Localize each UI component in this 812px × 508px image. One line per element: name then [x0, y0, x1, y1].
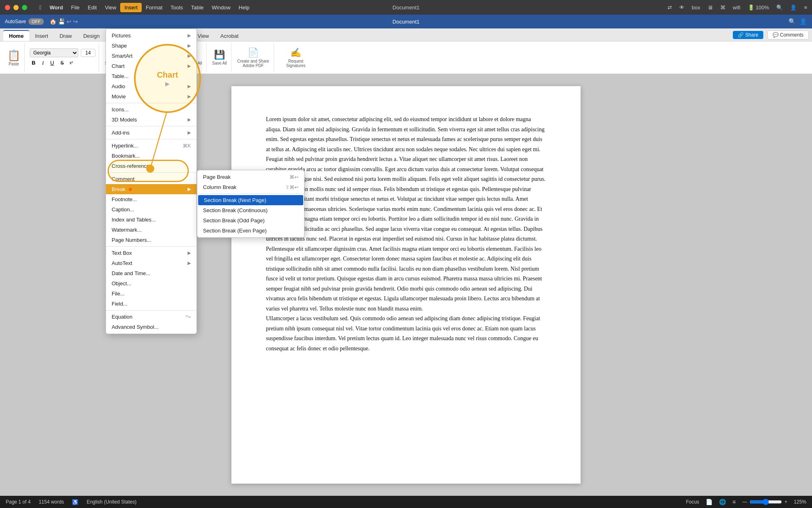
menu-item-comment[interactable]: Comment — [106, 174, 197, 184]
menu-item-audio[interactable]: Audio ▶ — [106, 81, 197, 91]
focus-button[interactable]: Focus — [686, 499, 699, 505]
adobe-button[interactable]: 📄 — [248, 48, 259, 58]
menu-item-pagenumbers[interactable]: Page Numbers... — [106, 235, 197, 245]
page-info: Page 1 of 4 — [6, 499, 30, 505]
italic-button[interactable]: I — [40, 59, 45, 67]
submenu-item-section-odd[interactable]: Section Break (Odd Page) — [197, 215, 304, 226]
underline-button[interactable]: U — [48, 59, 56, 67]
save-all-button[interactable]: 💾 — [214, 50, 225, 60]
menu-icon[interactable]: ≡ — [804, 4, 807, 11]
table-menu-item[interactable]: Table — [187, 3, 207, 12]
menu-item-shape[interactable]: Shape ▶ — [106, 41, 197, 51]
menu-item-indextables[interactable]: Index and Tables... — [106, 215, 197, 225]
monitor-icon: 🖥 — [708, 4, 713, 11]
ribbon-search-icon[interactable]: 🔍 — [788, 18, 796, 25]
font-selector[interactable]: Georgia — [30, 48, 78, 57]
menu-item-caption[interactable]: Caption... — [106, 204, 197, 215]
menu-item-footnote[interactable]: Footnote... — [106, 194, 197, 204]
help-menu-item[interactable]: Help — [235, 3, 254, 12]
font-size-input[interactable] — [81, 49, 95, 57]
menu-item-movie[interactable]: Movie ▶ — [106, 91, 197, 102]
file-menu-item[interactable]: File — [67, 3, 84, 12]
menu-item-smartart[interactable]: SmartArt ▶ — [106, 51, 197, 61]
menu-item-equation[interactable]: Equation ^= — [106, 312, 197, 322]
zoom-slider[interactable]: ― + — [742, 499, 787, 505]
menu-item-autotext[interactable]: AutoText ▶ — [106, 258, 197, 268]
outline-icon[interactable]: ≡ — [732, 499, 736, 505]
menu-item-crossref[interactable]: Cross-reference... — [106, 161, 197, 171]
tab-design[interactable]: Design — [78, 31, 105, 41]
user-icon[interactable]: 👤 — [790, 4, 797, 11]
edit-menu-item[interactable]: Edit — [84, 3, 101, 12]
menu-item-hyperlink[interactable]: Hyperlink... ⌘K — [106, 141, 197, 151]
view-icon: 👁 — [679, 4, 685, 11]
maximize-button[interactable] — [22, 5, 27, 10]
submenu-item-section-continuous[interactable]: Section Break (Continuous) — [197, 205, 304, 215]
submenu-item-pagebreak[interactable]: Page Break ⌘↩ — [197, 172, 304, 182]
adobe-group: 📄 Create and Share Adobe PDF — [233, 43, 274, 72]
paste-label: Paste — [9, 62, 19, 66]
menu-item-field[interactable]: Field... — [106, 299, 197, 309]
traffic-lights — [5, 5, 27, 10]
minimize-button[interactable] — [13, 5, 19, 10]
paste-group: 📋 Paste — [3, 43, 25, 72]
word-menu-item[interactable]: Word — [45, 3, 67, 12]
close-button[interactable] — [5, 5, 10, 10]
statusbar: Page 1 of 4 1154 words ♿ English (United… — [0, 496, 812, 508]
submenu-item-columnbreak[interactable]: Column Break ⇧⌘↩ — [197, 182, 304, 192]
menu-item-chart[interactable]: Chart ▶ — [106, 61, 197, 71]
paste-button[interactable]: 📋 — [7, 49, 20, 62]
bold-button[interactable]: B — [30, 59, 37, 67]
window-menu-item[interactable]: Window — [208, 3, 235, 12]
format-menu-item[interactable]: Format — [142, 3, 166, 12]
menu-item-addins[interactable]: Add-ins ▶ — [106, 128, 197, 138]
submenu-item-section-even[interactable]: Section Break (Even Page) — [197, 226, 304, 236]
web-layout-icon[interactable]: 🌐 — [719, 499, 726, 505]
menu-item-object[interactable]: Object... — [106, 278, 197, 289]
tab-acrobat[interactable]: Acrobat — [215, 31, 244, 41]
ribbon-user-icon[interactable]: 👤 — [799, 18, 807, 25]
apple-menu-item[interactable]:  — [35, 2, 45, 12]
language[interactable]: English (United States) — [86, 499, 136, 505]
menu-item-advancedsymbol[interactable]: Advanced Symbol... — [106, 322, 197, 332]
menu-item-datetime[interactable]: Date and Time... — [106, 268, 197, 278]
undo-icon[interactable]: ↩ — [67, 18, 71, 25]
word-count: 1154 words — [39, 499, 64, 505]
signatures-label: Request Signatures — [280, 59, 312, 68]
menu-item-watermark[interactable]: Watermark... — [106, 225, 197, 235]
menu-item-icons[interactable]: Icons... — [106, 104, 197, 115]
comments-button[interactable]: 💬 Comments — [767, 30, 809, 39]
strikethrough-button[interactable]: S̶ — [58, 59, 66, 67]
menu-item-textbox[interactable]: Text Box ▶ — [106, 248, 197, 258]
submenu-item-section-next[interactable]: Section Break (Next Page) — [198, 195, 303, 205]
tab-insert[interactable]: Insert — [29, 31, 54, 41]
share-button[interactable]: 🔗 Share — [733, 31, 763, 39]
autosave-label: AutoSave OFF — [5, 18, 44, 25]
tab-home[interactable]: Home — [3, 30, 29, 41]
print-layout-icon[interactable]: 📄 — [706, 499, 713, 505]
break-submenu: Page Break ⌘↩ Column Break ⇧⌘↩ Section B… — [197, 170, 304, 238]
signatures-button[interactable]: ✍️ — [290, 48, 301, 58]
doc-title: Document1 — [393, 4, 419, 11]
save-all-group: 💾 Save All — [208, 43, 231, 72]
accessibility-icon[interactable]: ♿ — [72, 499, 78, 505]
save-icon[interactable]: 💾 — [58, 18, 65, 25]
tab-draw[interactable]: Draw — [54, 31, 78, 41]
save-all-label: Save All — [212, 61, 227, 65]
tools-menu-item[interactable]: Tools — [166, 3, 187, 12]
menu-item-file[interactable]: File... — [106, 289, 197, 299]
search-icon[interactable]: 🔍 — [776, 4, 783, 11]
document-page[interactable]: Lorem ipsum dolor sit amet, consectetur … — [231, 86, 581, 484]
bluetooth-icon: ⌘ — [720, 4, 726, 11]
insert-menu-item[interactable]: Insert — [120, 3, 142, 12]
menu-item-table[interactable]: Table... — [106, 71, 197, 81]
redo-icon[interactable]: ↪ — [73, 18, 78, 25]
superscript-button[interactable]: x² — [68, 60, 74, 66]
menu-item-break[interactable]: Break ▶ — [106, 184, 197, 194]
menu-item-bookmark[interactable]: Bookmark... — [106, 151, 197, 161]
menu-item-pictures[interactable]: Pictures ▶ — [106, 30, 197, 41]
view-menu-item[interactable]: View — [101, 3, 120, 12]
paragraph-3: Ullamcorper a lacus vestibulum sed. Quis… — [266, 314, 546, 354]
home-icon[interactable]: 🏠 — [50, 18, 56, 25]
menu-item-3dmodels[interactable]: 3D Models ▶ — [106, 115, 197, 125]
